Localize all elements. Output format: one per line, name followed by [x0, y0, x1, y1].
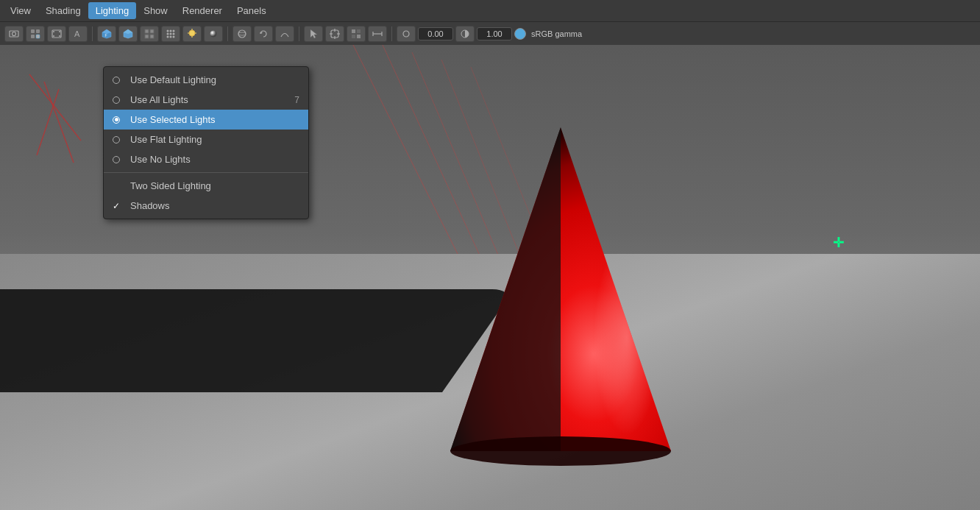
film-button[interactable] [47, 26, 66, 42]
separator-3 [299, 26, 299, 41]
svg-point-7 [53, 31, 54, 32]
sphere-button[interactable] [232, 26, 252, 42]
svg-point-25 [170, 32, 172, 35]
cone-shadow [0, 289, 514, 392]
radio-selected [113, 116, 120, 124]
menu-use-flat[interactable]: Use Flat Lighting [104, 130, 308, 149]
measure-button[interactable] [368, 26, 387, 42]
svg-point-26 [173, 32, 175, 35]
svg-point-27 [167, 35, 169, 38]
lighting-dropdown: Use Default Lighting Use All Lights 7 Us… [103, 66, 309, 219]
menu-two-sided[interactable]: Two Sided Lighting [104, 176, 308, 196]
svg-point-28 [170, 35, 172, 38]
svg-point-36 [238, 30, 246, 38]
value1-field[interactable]: 0.00 [418, 27, 453, 40]
menubar: View Shading Lighting Show Renderer Pane… [0, 0, 980, 21]
key-button[interactable]: A [68, 26, 88, 42]
shading-button[interactable] [204, 26, 223, 42]
checkmark-shadows: ✓ [113, 201, 120, 211]
view-button[interactable] [26, 26, 45, 42]
svg-point-30 [189, 30, 195, 36]
svg-rect-4 [31, 35, 35, 38]
contrast-button[interactable] [455, 26, 475, 42]
radio-all [113, 96, 120, 104]
camera-button[interactable] [4, 26, 24, 42]
radio-default [113, 77, 120, 84]
svg-point-67 [450, 436, 671, 466]
svg-rect-46 [357, 29, 361, 33]
value2-field[interactable]: 1.00 [477, 27, 512, 40]
radio-flat [113, 136, 120, 144]
separator-2 [227, 26, 228, 41]
menu-show[interactable]: Show [136, 2, 175, 19]
svg-marker-39 [310, 29, 317, 38]
color-space-label: sRGB gamma [528, 29, 585, 38]
snap-button[interactable] [347, 26, 366, 42]
svg-rect-17 [145, 29, 149, 33]
menu-use-all[interactable]: Use All Lights 7 [104, 90, 308, 110]
svg-rect-47 [352, 35, 355, 38]
menu-renderer[interactable]: Renderer [175, 2, 230, 19]
color-indicator[interactable] [514, 28, 526, 40]
svg-text:A: A [74, 29, 80, 38]
menu-panels[interactable]: Panels [230, 2, 274, 19]
viewport[interactable]: ✛ Use Default Lighting Use All Lights 7 … [0, 45, 980, 510]
cube-perspective-button[interactable] [118, 26, 138, 42]
svg-marker-65 [450, 127, 561, 451]
svg-point-23 [173, 29, 175, 32]
svg-point-9 [59, 31, 60, 32]
svg-marker-66 [561, 127, 671, 451]
scene-crosshair[interactable]: ✛ [833, 236, 844, 249]
menu-use-none[interactable]: Use No Lights [104, 149, 308, 169]
menu-shadows[interactable]: ✓ Shadows [104, 196, 308, 216]
svg-rect-2 [31, 29, 35, 33]
svg-point-10 [59, 35, 60, 37]
svg-point-21 [167, 29, 169, 32]
svg-rect-5 [36, 35, 40, 38]
svg-point-35 [210, 30, 217, 38]
svg-point-37 [238, 32, 246, 35]
svg-point-1 [13, 32, 16, 35]
arc-button[interactable] [275, 26, 294, 42]
svg-rect-45 [352, 29, 355, 33]
menu-shading[interactable]: Shading [38, 2, 88, 19]
menu-use-default[interactable]: Use Default Lighting [104, 70, 308, 90]
menu-lighting[interactable]: Lighting [88, 2, 137, 19]
radio-none [113, 156, 120, 163]
menu-separator [104, 172, 308, 173]
select-button[interactable] [304, 26, 323, 42]
rotate-button[interactable] [254, 26, 273, 42]
shortcut-all: 7 [294, 95, 299, 105]
menu-use-selected[interactable]: Use Selected Lights [104, 110, 308, 130]
separator-4 [391, 26, 392, 41]
svg-point-22 [170, 29, 172, 32]
toolbar: A F [0, 21, 980, 45]
svg-rect-3 [36, 29, 40, 33]
refresh-button[interactable] [397, 26, 416, 42]
svg-rect-18 [150, 29, 154, 33]
svg-rect-19 [145, 35, 149, 38]
light-icon-button[interactable] [182, 26, 202, 42]
svg-rect-20 [150, 35, 154, 38]
svg-point-24 [167, 32, 169, 35]
grid-dots-button[interactable] [161, 26, 180, 42]
svg-rect-48 [357, 35, 361, 38]
cube-front-button[interactable]: F [97, 26, 116, 42]
svg-point-29 [173, 35, 175, 38]
svg-point-8 [53, 35, 54, 37]
menu-view[interactable]: View [3, 2, 38, 19]
cone-object[interactable] [443, 113, 678, 466]
move-button[interactable] [325, 26, 344, 42]
svg-text:F: F [105, 32, 107, 37]
cube-grid-button[interactable] [140, 26, 159, 42]
separator-1 [92, 26, 93, 41]
